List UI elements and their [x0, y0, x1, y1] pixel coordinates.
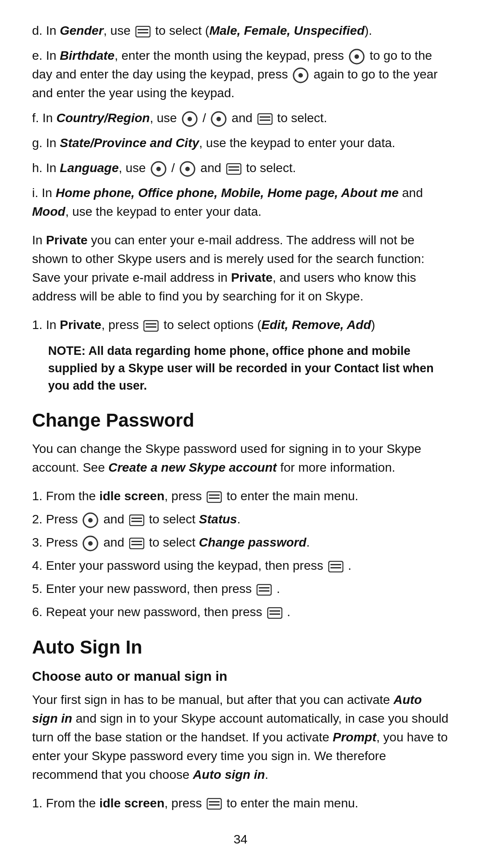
item-d-label: d. In Gender, use	[32, 24, 134, 37]
item-h-after: to select.	[246, 161, 296, 175]
dial-icon-e1	[349, 49, 365, 65]
item-e: e. In Birthdate, enter the month using t…	[32, 46, 449, 103]
cp-desc-text: You can change the Skype password used f…	[32, 442, 421, 474]
dial-icon-h1	[151, 161, 167, 177]
item-h: h. In Language, use / and to select.	[32, 159, 449, 177]
private-step1-bold: Private	[60, 318, 101, 332]
item-h-and: and	[200, 161, 225, 175]
cp-step3-num: 3. Press	[32, 535, 81, 549]
cp-step-5: 5. Enter your new password, then press .	[32, 580, 449, 598]
item-f-bold: Country/Region	[56, 111, 150, 125]
cp-step1-num: 1. From the idle screen, press	[32, 489, 205, 503]
asi-step1-bold: idle screen	[99, 796, 164, 810]
change-password-description: You can change the Skype password used f…	[32, 440, 449, 477]
private-bold2: Private	[231, 271, 273, 284]
item-e-label: e. In Birthdate, enter the month using t…	[32, 49, 347, 62]
softkey-icon-f	[257, 113, 273, 125]
dial-icon-cp3	[82, 535, 98, 551]
cp-step5-end: .	[277, 582, 280, 596]
cp-step6-end: .	[287, 605, 290, 619]
item-f-slash: /	[203, 111, 210, 125]
item-g-bold: State/Province and City	[60, 136, 199, 150]
item-i-bold2: Mood	[32, 205, 65, 218]
dial-icon-h2	[179, 161, 196, 177]
item-f-label: f. In Country/Region, use	[32, 111, 180, 125]
auto-sign-in-subheading: Choose auto or manual sign in	[32, 666, 449, 686]
softkey-icon-asi1	[207, 798, 222, 810]
item-f-and: and	[232, 111, 256, 125]
private-step-1: 1. In Private, press to select options (…	[32, 316, 449, 334]
private-step1-options: Edit, Remove, Add	[261, 318, 371, 332]
cp-step2-and: and	[103, 512, 128, 526]
cp-desc-bold: Create a new Skype account	[108, 461, 277, 474]
cp-step2-bold: Status	[199, 512, 237, 526]
note-text: NOTE: All data regarding home phone, off…	[48, 342, 449, 395]
asi-desc-bold3: Auto sign in	[193, 768, 265, 782]
cp-step4-end: .	[348, 559, 351, 572]
softkey-icon-cp3	[129, 538, 144, 549]
cp-step-4: 4. Enter your password using the keypad,…	[32, 556, 449, 575]
private-paragraph: In Private you can enter your e-mail add…	[32, 231, 449, 306]
softkey-icon-ps1	[143, 320, 159, 332]
private-bold1: Private	[46, 233, 87, 247]
softkey-icon-cp5	[257, 584, 272, 596]
dial-icon-cp2	[82, 512, 98, 528]
item-i-text: i. In Home phone, Office phone, Mobile, …	[32, 186, 423, 218]
asi-step1-text: to enter the main menu.	[227, 796, 359, 810]
asi-desc-bold1: Auto sign in	[32, 693, 422, 725]
cp-step6-num: 6. Repeat your new password, then press	[32, 605, 266, 619]
asi-step1-num: 1. From the idle screen, press	[32, 796, 205, 810]
note-box: NOTE: All data regarding home phone, off…	[48, 342, 449, 395]
item-f: f. In Country/Region, use / and to selec…	[32, 109, 449, 128]
cp-step3-and: and	[103, 535, 128, 549]
asi-desc-bold2: Prompt	[333, 730, 376, 744]
item-e-bold: Birthdate	[60, 49, 114, 62]
cp-step-3: 3. Press and to select Change password.	[32, 533, 449, 552]
item-g-text: g. In State/Province and City, use the k…	[32, 136, 395, 150]
item-d-bold: Gender	[60, 24, 103, 37]
item-h-label: h. In Language, use	[32, 161, 149, 175]
cp-step3-bold: Change password	[199, 535, 306, 549]
private-step1-num: 1. In Private, press	[32, 318, 142, 332]
private-step1-text: to select options (Edit, Remove, Add)	[163, 318, 375, 332]
auto-sign-in-heading: Auto Sign In	[32, 634, 449, 661]
cp-step5-num: 5. Enter your new password, then press	[32, 582, 255, 596]
softkey-icon-cp1	[207, 491, 222, 503]
asi-step-1: 1. From the idle screen, press to enter …	[32, 794, 449, 813]
item-d-options: Male, Female, Unspecified	[209, 24, 365, 37]
cp-step4-num: 4. Enter your password using the keypad,…	[32, 559, 327, 572]
asi-desc-text: Your first sign in has to be manual, but…	[32, 693, 448, 782]
cp-step2-num: 2. Press	[32, 512, 81, 526]
cp-step3-text: to select Change password.	[149, 535, 310, 549]
item-h-bold: Language	[60, 161, 118, 175]
cp-step2-text: to select Status.	[149, 512, 240, 526]
softkey-icon-h	[226, 163, 241, 175]
item-g: g. In State/Province and City, use the k…	[32, 134, 449, 152]
cp-step1-bold: idle screen	[99, 489, 164, 503]
softkey-icon-cp4	[328, 561, 343, 572]
cp-step-6: 6. Repeat your new password, then press …	[32, 603, 449, 621]
page-number: 34	[32, 831, 449, 849]
item-i: i. In Home phone, Office phone, Mobile, …	[32, 184, 449, 221]
dial-icon-e2	[293, 67, 309, 83]
item-d-text: to select (Male, Female, Unspecified).	[155, 24, 372, 37]
dial-icon-f1	[182, 111, 198, 127]
item-i-bold1: Home phone, Office phone, Mobile, Home p…	[56, 186, 399, 200]
change-password-heading: Change Password	[32, 407, 449, 434]
item-f-after: to select.	[277, 111, 327, 125]
softkey-icon	[135, 26, 151, 37]
dial-icon-f2	[211, 111, 227, 127]
softkey-icon-cp2	[129, 514, 144, 526]
item-h-slash: /	[171, 161, 179, 175]
cp-step1-text: to enter the main menu.	[227, 489, 359, 503]
softkey-icon-cp6	[267, 607, 282, 619]
cp-step-2: 2. Press and to select Status.	[32, 510, 449, 529]
cp-step-1: 1. From the idle screen, press to enter …	[32, 487, 449, 506]
private-text: In Private you can enter your e-mail add…	[32, 233, 424, 303]
item-d: d. In Gender, use to select (Male, Femal…	[32, 21, 449, 40]
auto-sign-in-description: Your first sign in has to be manual, but…	[32, 691, 449, 784]
